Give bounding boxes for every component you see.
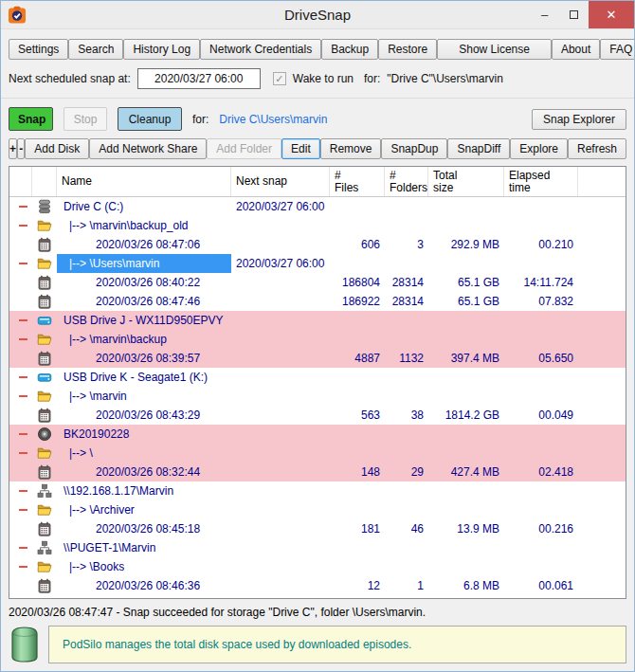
row-expander-cell[interactable] <box>9 519 32 538</box>
remove-button[interactable]: Remove <box>320 138 382 159</box>
table-row[interactable]: 2020/03/26 08:32:44 148 29 427.4 MB 02.4… <box>9 463 626 481</box>
collapse-icon[interactable] <box>19 490 27 492</box>
row-expander-cell[interactable] <box>9 576 32 595</box>
maximize-button-icon[interactable] <box>559 1 589 28</box>
minimize-button-icon[interactable]: – <box>530 1 559 28</box>
collapse-icon[interactable] <box>19 263 27 264</box>
explore-button[interactable]: Explore <box>510 138 568 159</box>
row-expander-cell[interactable] <box>9 500 32 519</box>
snapdup-button[interactable]: SnapDup <box>381 138 447 159</box>
table-row[interactable]: |--> \Books <box>9 557 626 576</box>
row-name[interactable]: |--> \ <box>57 444 231 463</box>
add-network-share-button[interactable]: Add Network Share <box>89 138 207 159</box>
row-expander-cell[interactable] <box>9 538 32 557</box>
row-name[interactable]: 2020/03/26 08:43:29 <box>57 406 231 425</box>
collapse-all-button[interactable]: - <box>17 138 25 159</box>
table-row[interactable]: USB Drive K - Seagate1 (K:) <box>9 368 626 387</box>
row-expander-cell[interactable] <box>9 406 32 425</box>
row-expander-cell[interactable] <box>9 216 32 235</box>
collapse-icon[interactable] <box>19 395 27 397</box>
table-row[interactable]: 2020/03/26 08:43:29 563 38 1814.2 GB 00.… <box>9 406 626 425</box>
titlebar[interactable]: DriveSnap – ✕ <box>1 1 634 29</box>
table-row[interactable]: 2020/03/26 08:40:22 186804 28314 65.1 GB… <box>9 273 626 292</box>
network-credentials-button[interactable]: Network Credentials <box>200 39 321 60</box>
row-expander-cell[interactable] <box>9 368 32 387</box>
row-expander-cell[interactable] <box>9 254 32 273</box>
row-name[interactable]: |--> \marvin\backup <box>57 330 231 349</box>
wake-to-run-checkbox[interactable]: ✓ <box>273 72 286 85</box>
row-expander-cell[interactable] <box>9 330 32 349</box>
history-log-button[interactable]: History Log <box>123 39 200 60</box>
row-name[interactable]: USB Drive J - WX11D950EPVY <box>57 311 231 330</box>
table-row[interactable]: |--> \marvin\backup <box>9 330 626 349</box>
table-row[interactable]: 2020/03/26 08:46:36 12 1 6.8 MB 00.061 <box>9 576 626 595</box>
row-name[interactable]: 2020/03/26 08:39:57 <box>57 349 231 368</box>
table-row[interactable]: BK20190228 <box>9 425 626 444</box>
table-row[interactable]: \\192.168.1.17\Marvin <box>9 481 626 500</box>
row-expander-cell[interactable] <box>9 481 32 500</box>
row-expander-cell[interactable] <box>9 425 32 444</box>
header-folders[interactable]: # Folders <box>385 167 428 196</box>
row-name[interactable]: |--> \Books <box>57 557 231 576</box>
header-total-size[interactable]: Total size <box>428 167 504 196</box>
add-disk-button[interactable]: Add Disk <box>25 138 89 159</box>
show-license-button[interactable]: Show License <box>437 39 552 60</box>
faq-button[interactable]: FAQ <box>600 39 635 60</box>
row-name[interactable]: |--> \Users\marvin <box>57 254 231 273</box>
row-expander-cell[interactable] <box>9 444 32 463</box>
restore-button[interactable]: Restore <box>378 39 437 60</box>
row-expander-cell[interactable] <box>9 557 32 576</box>
table-row[interactable]: 2020/03/26 08:45:18 181 46 13.9 MB 00.21… <box>9 519 626 538</box>
table-row[interactable]: \\PUGET-1\Marvin <box>9 538 626 557</box>
row-name[interactable]: Drive C (C:) <box>57 197 231 216</box>
row-name[interactable]: USB Drive K - Seagate1 (K:) <box>57 368 231 387</box>
row-name[interactable]: |--> \Archiver <box>57 500 231 519</box>
settings-button[interactable]: Settings <box>9 39 68 60</box>
row-name[interactable]: 2020/03/26 08:47:06 <box>57 235 231 254</box>
row-expander-cell[interactable] <box>9 292 32 311</box>
backup-button[interactable]: Backup <box>321 39 378 60</box>
snapdiff-button[interactable]: SnapDiff <box>447 138 510 159</box>
row-expander-cell[interactable] <box>9 387 32 406</box>
collapse-icon[interactable] <box>19 566 27 568</box>
stop-button[interactable]: Stop <box>64 107 107 131</box>
table-row[interactable]: |--> \Users\marvin 2020/03/27 06:00 <box>9 254 626 273</box>
row-name[interactable]: \\PUGET-1\Marvin <box>57 538 231 557</box>
snap-explorer-button[interactable]: Snap Explorer <box>532 109 626 130</box>
table-row[interactable]: |--> \marvin\backup_old <box>9 216 626 235</box>
collapse-icon[interactable] <box>19 509 27 511</box>
collapse-icon[interactable] <box>19 206 27 208</box>
table-row[interactable]: USB Drive J - WX11D950EPVY <box>9 311 626 330</box>
collapse-icon[interactable] <box>19 319 27 321</box>
row-name[interactable]: 2020/03/26 08:40:22 <box>57 273 231 292</box>
collapse-icon[interactable] <box>19 452 27 454</box>
header-name[interactable]: Name <box>57 167 231 196</box>
next-snap-time-input[interactable] <box>137 68 261 89</box>
table-row[interactable]: Drive C (C:) 2020/03/27 06:00 <box>9 197 626 216</box>
table-row[interactable]: 2020/03/26 08:39:57 4887 1132 397.4 MB 0… <box>9 349 626 368</box>
refresh-button[interactable]: Refresh <box>568 138 626 159</box>
add-folder-button[interactable]: Add Folder <box>207 138 281 159</box>
table-row[interactable]: 2020/03/26 08:47:06 606 3 292.9 MB 00.21… <box>9 235 626 254</box>
collapse-icon[interactable] <box>19 338 27 340</box>
row-name[interactable]: 2020/03/26 08:32:44 <box>57 463 231 481</box>
row-name[interactable]: |--> \marvin <box>57 387 231 406</box>
collapse-icon[interactable] <box>19 547 27 549</box>
row-expander-cell[interactable] <box>9 273 32 292</box>
row-name[interactable]: 2020/03/26 08:46:36 <box>57 576 231 595</box>
expand-all-button[interactable]: + <box>9 138 17 159</box>
snap-button[interactable]: Snap <box>9 107 53 131</box>
cleanup-button[interactable]: Cleanup <box>118 107 182 131</box>
table-row[interactable]: |--> \Archiver <box>9 500 626 519</box>
table-row[interactable]: 2020/03/26 08:47:46 186922 28314 65.1 GB… <box>9 292 626 311</box>
search-button[interactable]: Search <box>68 39 123 60</box>
edit-button[interactable]: Edit <box>281 138 320 159</box>
row-expander-cell[interactable] <box>9 463 32 481</box>
row-name[interactable]: 2020/03/26 08:47:46 <box>57 292 231 311</box>
about-button[interactable]: About <box>552 39 600 60</box>
row-name[interactable]: 2020/03/26 08:45:18 <box>57 519 231 538</box>
collapse-icon[interactable] <box>19 376 27 378</box>
header-files[interactable]: # Files <box>330 167 385 196</box>
row-expander-cell[interactable] <box>9 235 32 254</box>
row-expander-cell[interactable] <box>9 349 32 368</box>
